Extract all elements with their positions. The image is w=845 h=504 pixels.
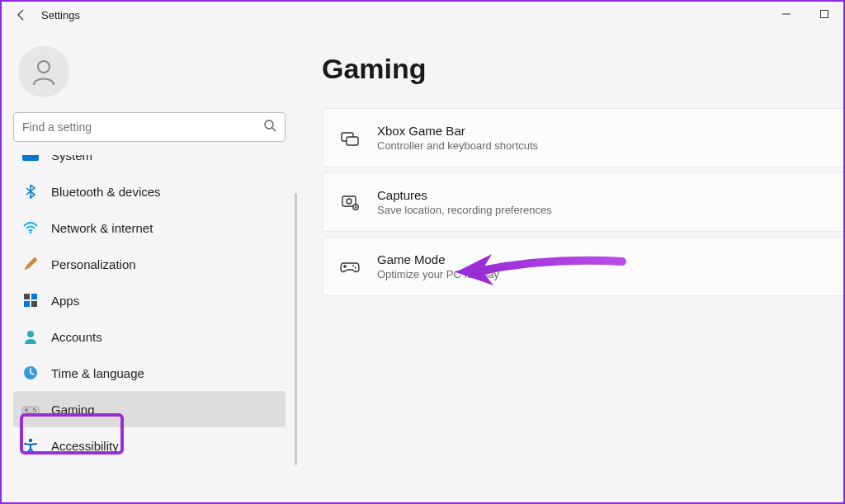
card-title: Captures — [377, 188, 552, 202]
card-title: Game Mode — [377, 252, 499, 266]
sidebar-item-personalization[interactable]: Personalization — [13, 246, 286, 282]
gamepad-icon — [21, 400, 40, 418]
search-input[interactable] — [22, 120, 263, 134]
clock-globe-icon — [21, 364, 40, 382]
system-icon — [21, 155, 40, 164]
minimize-button[interactable] — [767, 2, 805, 26]
card-subtitle: Save location, recording preferences — [377, 204, 552, 216]
card-title: Xbox Game Bar — [377, 124, 538, 138]
person-icon — [21, 327, 40, 346]
xbox-bar-icon — [339, 128, 361, 148]
card-subtitle: Optimize your PC for play — [377, 268, 499, 280]
card-game-mode[interactable]: Game Mode Optimize your PC for play — [322, 237, 845, 296]
svg-rect-9 — [31, 301, 37, 307]
sidebar-item-accessibility[interactable]: Accessibility — [13, 427, 286, 464]
gamemode-icon — [339, 256, 361, 277]
svg-rect-8 — [24, 301, 30, 307]
svg-point-20 — [352, 265, 354, 266]
sidebar-item-label: Personalization — [51, 257, 136, 271]
main-content: Gaming Xbox Game Bar Controller and keyb… — [297, 28, 845, 502]
sidebar: System Bluetooth & devices Network & int… — [2, 28, 297, 502]
sidebar-item-label: Apps — [51, 294, 79, 308]
apps-icon — [21, 291, 40, 309]
nav-list: System Bluetooth & devices Network & int… — [13, 155, 286, 502]
sidebar-item-label: Time & language — [51, 366, 144, 380]
page-title: Gaming — [322, 53, 845, 85]
card-captures[interactable]: Captures Save location, recording prefer… — [322, 172, 845, 232]
svg-point-18 — [347, 199, 352, 204]
svg-point-14 — [29, 439, 32, 442]
svg-line-4 — [272, 128, 276, 131]
wifi-icon — [21, 219, 40, 237]
sidebar-item-bluetooth[interactable]: Bluetooth & devices — [13, 173, 286, 210]
sidebar-item-gaming[interactable]: Gaming — [13, 391, 286, 427]
sidebar-item-label: Gaming — [51, 403, 95, 417]
brush-icon — [21, 255, 40, 273]
sidebar-item-label: Accessibility — [51, 439, 119, 453]
sidebar-item-apps[interactable]: Apps — [13, 282, 286, 318]
window-title: Settings — [41, 9, 80, 21]
svg-point-13 — [35, 410, 36, 412]
accessibility-icon — [21, 436, 40, 455]
svg-rect-7 — [31, 294, 37, 299]
card-xbox-game-bar[interactable]: Xbox Game Bar Controller and keyboard sh… — [322, 108, 845, 167]
sidebar-item-network[interactable]: Network & internet — [13, 210, 286, 246]
maximize-button[interactable] — [805, 2, 843, 26]
svg-rect-1 — [821, 11, 828, 18]
svg-rect-6 — [24, 294, 30, 299]
user-avatar[interactable] — [18, 46, 69, 97]
sidebar-scrollbar[interactable] — [295, 193, 297, 465]
sidebar-item-label: Network & internet — [51, 221, 153, 235]
sidebar-item-accounts[interactable]: Accounts — [13, 318, 286, 355]
captures-icon — [339, 192, 361, 212]
sidebar-item-time[interactable]: Time & language — [13, 355, 286, 391]
sidebar-item-label: System — [51, 155, 92, 163]
svg-point-12 — [33, 408, 35, 410]
svg-point-5 — [30, 232, 32, 234]
svg-point-21 — [355, 267, 356, 269]
svg-point-2 — [38, 61, 50, 73]
svg-point-3 — [265, 120, 273, 129]
svg-point-10 — [27, 331, 34, 337]
sidebar-item-system[interactable]: System — [13, 155, 286, 173]
card-subtitle: Controller and keyboard shortcuts — [377, 139, 538, 152]
sidebar-item-label: Bluetooth & devices — [51, 185, 161, 199]
search-icon — [263, 119, 276, 135]
back-button[interactable] — [8, 2, 35, 28]
search-input-container[interactable] — [13, 112, 286, 142]
svg-rect-16 — [347, 137, 358, 145]
sidebar-item-label: Accounts — [51, 330, 102, 344]
bluetooth-icon — [21, 182, 40, 200]
